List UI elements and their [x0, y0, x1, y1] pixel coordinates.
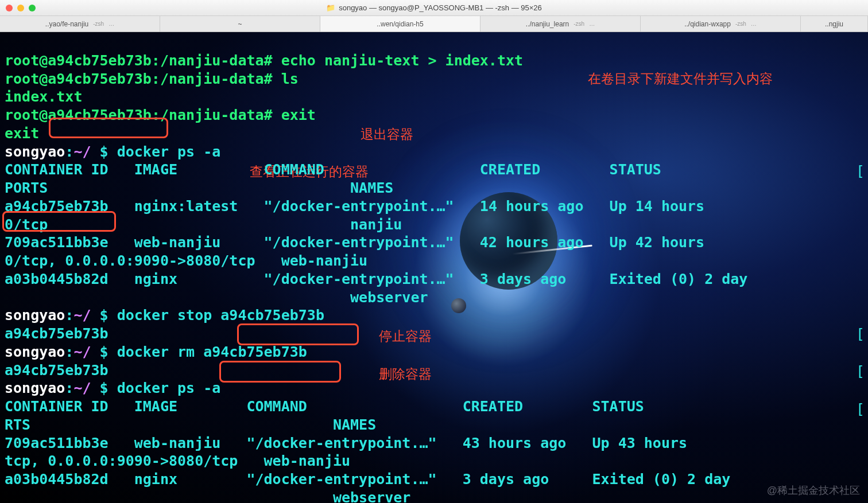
window-title: 📁 songyao — songyao@P_YAOSSONG-MB1 — -zs… [326, 3, 542, 12]
docker-header2: PORTS NAMES [5, 180, 393, 196]
ps1-user: songyao [5, 344, 65, 360]
hl-rm-id [219, 361, 341, 383]
terminal-window: 📁 songyao — songyao@P_YAOSSONG-MB1 — -zs… [0, 0, 868, 503]
ps1-user: songyao [5, 307, 65, 323]
tab-label: ..ngjiu [825, 20, 843, 28]
cmd-rm-id: a94cb75eb73b [203, 344, 307, 360]
ps1-sep: : [65, 344, 73, 360]
ps1-dollar: $ [100, 307, 117, 323]
out-stop: a94cb75eb73b [5, 325, 108, 342]
ps1-dollar: $ [100, 380, 117, 396]
row-cont: tcp, 0.0.0.0:9090->8080/tcp web-nanjiu [5, 453, 350, 469]
bracket-icon: [ [856, 325, 865, 344]
ps1-user: songyao [5, 380, 65, 396]
cmd-exit: exit [281, 107, 316, 123]
tabbar: ..yao/fe-nanjiu -zsh … ~ ..wen/qidian-h5… [0, 16, 868, 32]
ps1-user: songyao [5, 143, 65, 160]
tab-ngjiu[interactable]: ..ngjiu [801, 16, 868, 32]
tab-ellipsis: … [589, 21, 595, 27]
minimize-icon[interactable] [17, 5, 24, 11]
row: 709ac511bb3e web-nanjiu "/docker-entrypo… [5, 435, 704, 451]
out-rm: a94cb75eb73b [5, 362, 108, 379]
row-cont: webserver [5, 489, 410, 503]
window-title-text: songyao — songyao@P_YAOSSONG-MB1 — -zsh … [339, 3, 542, 12]
ps1-path: ~/ [73, 143, 99, 160]
tab-label: ../nanjiu_learn [526, 20, 569, 28]
ps1-path: ~/ [73, 380, 99, 396]
row: 709ac511bb3e web-nanjiu "/docker-entrypo… [5, 234, 722, 251]
traffic-lights [6, 5, 36, 11]
tab-home[interactable]: ~ [160, 16, 320, 32]
ps1-dollar: $ [100, 143, 117, 160]
tab-qidian-wxapp[interactable]: ../qidian-wxapp -zsh … [641, 16, 801, 32]
tab-fe-nanjiu[interactable]: ..yao/fe-nanjiu -zsh … [0, 16, 160, 32]
terminal-output: root@a94cb75eb73b:/nanjiu-data# echo nan… [0, 32, 868, 503]
tab-ellipsis: … [751, 21, 757, 27]
row: a03b0445b82d nginx "/docker-entrypoint.…… [5, 271, 747, 287]
hl-stop-id [237, 323, 359, 345]
tab-label: ..yao/fe-nanjiu [45, 20, 88, 28]
maximize-icon[interactable] [29, 5, 36, 11]
tab-label: ~ [238, 20, 242, 28]
hl-container-host [49, 118, 168, 138]
tab-nanjiu-learn[interactable]: ../nanjiu_learn -zsh … [480, 16, 641, 32]
tab-shell: -zsh [574, 21, 584, 27]
prompt-p2: :/nanjiu-data# [152, 107, 281, 123]
hl-row-id [2, 211, 116, 232]
folder-icon: 📁 [326, 3, 335, 12]
out-exit: exit [5, 125, 39, 142]
bracket-icon: [ [856, 162, 865, 181]
tab-ellipsis: … [108, 21, 114, 27]
tab-shell: -zsh [735, 21, 746, 27]
cmd-docker-rm: docker rm [117, 344, 204, 360]
row-rest: nginx:latest "/docker-entrypoint.…" 14 h… [108, 198, 722, 215]
ps1-sep: : [65, 307, 73, 323]
titlebar[interactable]: 📁 songyao — songyao@P_YAOSSONG-MB1 — -zs… [0, 0, 868, 16]
tab-shell: -zsh [93, 21, 104, 27]
ps1-sep: : [65, 380, 73, 396]
cmd-stop-id: a94cb75eb73b [220, 307, 324, 323]
tab-qidian-h5[interactable]: ..wen/qidian-h5 [320, 16, 480, 32]
docker-header: CONTAINER ID IMAGE COMMAND CREATED STATU… [5, 398, 704, 415]
ps1-sep: : [65, 143, 73, 160]
cmd-echo: echo nanjiu-text > index.txt [281, 52, 523, 69]
docker-header2: RTS NAMES [5, 416, 376, 433]
ps1-path: ~/ [73, 344, 99, 360]
cmd-docker-ps: docker ps -a [117, 143, 221, 160]
cmd-docker-stop: docker stop [117, 307, 221, 323]
cmd-docker-ps2: docker ps -a [117, 380, 221, 396]
close-icon[interactable] [6, 5, 13, 11]
tab-label: ../qidian-wxapp [684, 20, 731, 28]
row-cont: webserver [5, 289, 428, 306]
watermark: @稀土掘金技术社区 [767, 484, 860, 497]
row: a03b0445b82d nginx "/docker-entrypoint.…… [5, 471, 730, 488]
terminal-viewport[interactable]: 在卷目录下新建文件并写入内容 退出容器 查看正在运行的容器 停止容器 删除容器 … [0, 32, 868, 503]
prompt: root@a94cb75eb73b:/nanjiu-data# [5, 52, 281, 69]
ps1-path: ~/ [73, 307, 99, 323]
tab-label: ..wen/qidian-h5 [377, 20, 423, 28]
docker-header: CONTAINER ID IMAGE COMMAND CREATED STATU… [5, 161, 722, 178]
cmd-ls: ls [281, 71, 299, 87]
ps1-dollar: $ [100, 344, 117, 360]
prompt-p1: root@ [5, 107, 48, 123]
bracket-icon: [ [856, 400, 865, 419]
bracket-icon: [ [856, 362, 865, 381]
row-cont: 0/tcp, 0.0.0.0:9090->8080/tcp web-nanjiu [5, 252, 367, 269]
prompt: root@a94cb75eb73b:/nanjiu-data# [5, 71, 281, 87]
out-ls: index.txt [5, 88, 82, 105]
